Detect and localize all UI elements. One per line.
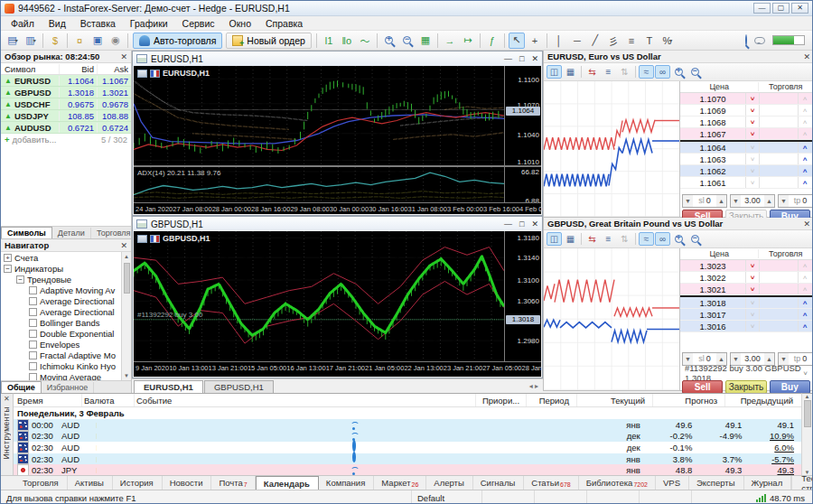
menu-item[interactable]: Вид [42, 17, 73, 30]
dom-ladder-icon[interactable]: ≡ [601, 65, 616, 79]
market-watch-tab[interactable]: Торговля [91, 228, 137, 238]
sell-at-price-icon[interactable]: ˅ [745, 105, 759, 116]
tree-item[interactable]: + Счета [1, 252, 121, 263]
sell-at-price-icon[interactable]: ˅ [745, 284, 759, 294]
eurusd-price-scale[interactable]: 1.11001.10701.10401.1010 1.1064 [504, 66, 541, 167]
navigator-scrollbar[interactable]: ▲▼ [121, 252, 131, 380]
dom-close-icon[interactable]: ✕ [803, 219, 810, 229]
position-selector[interactable]: #11392292 buy 3.00 GBPUSD 1.3018 ˅ [680, 367, 812, 379]
tree-item[interactable]: Fractal Adaptive Mo [1, 350, 121, 360]
calendar-event-row[interactable]: 00:00 AUD Индекс менеджеров по закупкам … [14, 419, 803, 431]
eurusd-chart-caption[interactable]: EURUSD,H1 — □ ✕ [133, 51, 542, 66]
shapes-icon[interactable]: %▾ [659, 33, 676, 49]
symbol-row[interactable]: ▲AUDUSD 0.6721 0.6724 [1, 122, 131, 134]
expand-icon[interactable] [29, 373, 37, 381]
ask-row[interactable]: 1.3022 ˅ ˄ [680, 272, 812, 284]
bid-row[interactable]: 1.1064 ˅ ˄ [680, 142, 812, 154]
ask-row[interactable]: 1.1069 ˅ ˄ [680, 105, 812, 117]
tree-item[interactable]: Average Directional [1, 306, 121, 317]
strategy-tester-label[interactable]: Тестер стратегий [791, 476, 813, 490]
tree-item[interactable]: Adaptive Moving Av [1, 285, 121, 295]
vertical-line-icon[interactable]: │ [551, 33, 567, 49]
ask-row[interactable]: 1.3021 ˅ ˄ [680, 284, 812, 295]
bid-row[interactable]: 1.3016 ˅ ˄ [680, 321, 812, 332]
cursor-icon[interactable]: ↖ [509, 33, 525, 49]
tick-zigzag-icon[interactable]: ≈ [639, 65, 654, 79]
one-click-icon[interactable] [137, 70, 147, 78]
zoom-out-icon[interactable] [399, 33, 416, 49]
gbpusd-chart-pane[interactable]: GBPUSD,H1 #11392292 buy 3.00 [134, 231, 504, 363]
strategy-folder-icon[interactable]: $ [47, 33, 63, 49]
dom-zoom-in-icon[interactable] [671, 65, 687, 79]
toolbox-tab[interactable]: Компания [319, 476, 374, 490]
one-click-icon[interactable] [137, 235, 147, 243]
bid-row[interactable]: 1.3017 ˅ ˄ [680, 309, 812, 321]
gbpusd-tick-chart[interactable] [544, 248, 680, 390]
dom-ladder-icon[interactable]: ≡ [601, 232, 616, 246]
chart-close-icon[interactable]: ✕ [531, 54, 538, 63]
navigator-close-icon[interactable]: ✕ [120, 241, 127, 250]
buy-at-price-icon[interactable]: ˄ [798, 309, 811, 320]
sell-button[interactable]: Sell [682, 380, 723, 394]
dom-zoom-in-icon[interactable] [671, 232, 687, 246]
toolbox-close-icon[interactable]: ✕ [4, 395, 10, 403]
chart-close-icon[interactable]: ✕ [531, 219, 538, 229]
buy-at-price-icon[interactable]: ˄ [798, 297, 811, 308]
menu-item[interactable]: Графики [123, 17, 175, 30]
buy-at-price-icon[interactable]: ˄ [798, 117, 811, 127]
orders-transfer-icon[interactable]: ⇆ [584, 65, 600, 79]
chart-maximize-icon[interactable]: □ [519, 54, 524, 63]
buy-at-price-icon[interactable]: ˄ [798, 105, 811, 116]
auto-scroll-icon[interactable]: → [442, 33, 458, 49]
sell-at-price-icon[interactable]: ˅ [745, 117, 759, 127]
orders-transfer-icon[interactable]: ⇆ [584, 232, 600, 246]
calendar-event-row[interactable]: 02:30 JPY Индекс менеджеров по закупкам … [14, 464, 803, 475]
toolbox-tab[interactable]: Статьи678 [524, 476, 578, 490]
buy-button[interactable]: Buy [770, 380, 810, 394]
toolbox-tab[interactable]: Сигналы [473, 476, 525, 490]
menu-item[interactable]: Сервис [175, 17, 222, 30]
tree-item[interactable]: Double Exponential [1, 328, 121, 339]
bid-row[interactable]: 1.3018 ˅ ˄ [680, 297, 812, 309]
profile-selector[interactable]: Default [412, 490, 482, 504]
sell-at-price-icon[interactable]: ˅ [745, 309, 759, 320]
dom-zoom-out-icon[interactable] [687, 65, 703, 79]
text-tool-icon[interactable]: T [641, 33, 658, 49]
sell-at-price-icon[interactable]: ˅ [745, 272, 759, 283]
depth-book-icon[interactable]: ▦ [563, 65, 578, 79]
calendar-scrollbar[interactable]: ▲▼ [801, 393, 812, 475]
tree-item[interactable]: Envelopes [1, 339, 121, 350]
chat-icon[interactable] [754, 37, 765, 44]
bid-row[interactable]: 1.1063 ˅ ˄ [680, 154, 812, 165]
sell-at-price-icon[interactable]: ˅ [745, 297, 759, 308]
chart-minimize-icon[interactable]: — [504, 54, 512, 63]
new-chart-icon[interactable]: ▤▾ [5, 33, 21, 49]
channel-icon[interactable]: ≡ [623, 33, 640, 49]
toolbox-tab[interactable]: Библиотека7202 [579, 476, 656, 490]
symbol-row[interactable]: ▲USDCHF 0.9675 0.9678 [1, 98, 131, 110]
tick-chart-icon[interactable]: ◫ [547, 65, 562, 79]
symbol-row[interactable]: ▲GBPUSD 1.3018 1.3021 [1, 87, 131, 98]
gbpusd-chart-caption[interactable]: GBPUSD,H1 — □ ✕ [133, 217, 542, 231]
sell-at-price-icon[interactable]: ˅ [745, 154, 759, 164]
expand-icon[interactable]: − [4, 265, 12, 273]
ask-row[interactable]: 1.1070 ˅ ˄ [680, 93, 812, 105]
symbol-row[interactable]: ▲EURUSD 1.1064 1.1067 [1, 75, 131, 87]
buy-at-price-icon[interactable]: ˄ [798, 260, 811, 271]
expand-icon[interactable] [29, 297, 37, 305]
expand-icon[interactable] [29, 286, 37, 294]
chart-tab[interactable]: GBPUSD,H1 [204, 380, 274, 393]
chart-shift-icon[interactable]: ↦ [460, 33, 476, 49]
tick-chart-icon[interactable]: ◫ [547, 232, 562, 246]
tree-item[interactable]: Ichimoku Kinko Hyo [1, 360, 121, 371]
market-watch-icon[interactable]: ¤ [71, 33, 88, 49]
zoom-in-icon[interactable] [381, 33, 397, 49]
market-watch-tab[interactable]: Символы [1, 227, 52, 238]
navigator-tab[interactable]: Общие [1, 381, 42, 393]
chart-minimize-icon[interactable]: — [504, 219, 512, 229]
sl-stepper[interactable]: ▼sl0▲ [682, 194, 727, 208]
calendar-header[interactable]: Время Валюта Событие Приори... Период Те… [14, 394, 803, 407]
trend-line-icon[interactable]: ╱ [587, 33, 603, 49]
toolbox-tab[interactable]: История [113, 476, 163, 490]
toolbox-tab[interactable]: Алерты [426, 476, 472, 490]
